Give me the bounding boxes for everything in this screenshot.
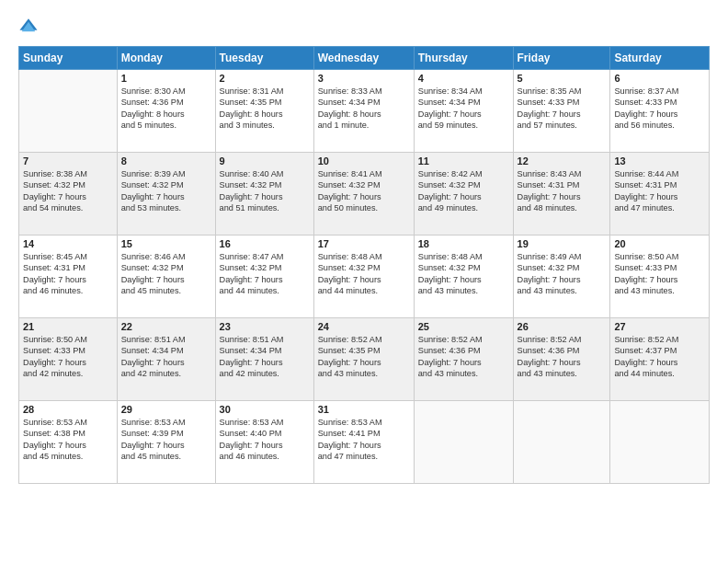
page: SundayMondayTuesdayWednesdayThursdayFrid… [0, 0, 728, 563]
day-cell-22: 22Sunrise: 8:51 AMSunset: 4:34 PMDayligh… [117, 318, 215, 401]
day-cell-11: 11Sunrise: 8:42 AMSunset: 4:32 PMDayligh… [414, 153, 513, 236]
calendar-row-4: 21Sunrise: 8:50 AMSunset: 4:33 PMDayligh… [19, 318, 710, 401]
day-cell-24: 24Sunrise: 8:52 AMSunset: 4:35 PMDayligh… [313, 318, 414, 401]
day-info: Sunrise: 8:51 AMSunset: 4:34 PMDaylight:… [220, 334, 310, 380]
day-number: 16 [220, 238, 310, 249]
day-number: 4 [418, 73, 509, 84]
col-header-thursday: Thursday [414, 47, 513, 70]
day-cell-4: 4Sunrise: 8:34 AMSunset: 4:34 PMDaylight… [414, 70, 513, 153]
day-info: Sunrise: 8:53 AMSunset: 4:39 PMDaylight:… [121, 417, 211, 463]
day-number: 1 [121, 73, 211, 84]
day-number: 2 [220, 73, 310, 84]
day-number: 18 [418, 238, 509, 249]
day-info: Sunrise: 8:34 AMSunset: 4:34 PMDaylight:… [418, 86, 509, 132]
day-info: Sunrise: 8:37 AMSunset: 4:33 PMDaylight:… [614, 86, 705, 132]
day-cell-31: 31Sunrise: 8:53 AMSunset: 4:41 PMDayligh… [313, 401, 414, 484]
day-info: Sunrise: 8:43 AMSunset: 4:31 PMDaylight:… [518, 168, 607, 214]
day-number: 25 [418, 321, 509, 332]
day-cell-18: 18Sunrise: 8:48 AMSunset: 4:32 PMDayligh… [414, 236, 513, 318]
day-info: Sunrise: 8:52 AMSunset: 4:37 PMDaylight:… [614, 334, 705, 380]
day-info: Sunrise: 8:46 AMSunset: 4:32 PMDaylight:… [121, 251, 211, 297]
calendar-table: SundayMondayTuesdayWednesdayThursdayFrid… [18, 46, 710, 484]
day-cell-29: 29Sunrise: 8:53 AMSunset: 4:39 PMDayligh… [117, 401, 215, 484]
day-number: 27 [614, 321, 705, 332]
day-cell-17: 17Sunrise: 8:48 AMSunset: 4:32 PMDayligh… [313, 236, 414, 318]
day-info: Sunrise: 8:52 AMSunset: 4:36 PMDaylight:… [518, 334, 607, 380]
day-info: Sunrise: 8:52 AMSunset: 4:35 PMDaylight:… [318, 334, 410, 380]
day-cell-6: 6Sunrise: 8:37 AMSunset: 4:33 PMDaylight… [610, 70, 710, 153]
day-number: 12 [518, 155, 607, 167]
day-cell-25: 25Sunrise: 8:52 AMSunset: 4:36 PMDayligh… [414, 318, 513, 401]
day-number: 26 [518, 321, 607, 332]
header [18, 17, 710, 37]
day-number: 10 [318, 155, 410, 167]
header-row: SundayMondayTuesdayWednesdayThursdayFrid… [19, 47, 710, 70]
day-cell-30: 30Sunrise: 8:53 AMSunset: 4:40 PMDayligh… [215, 401, 313, 484]
day-number: 30 [220, 404, 310, 415]
day-cell-7: 7Sunrise: 8:38 AMSunset: 4:32 PMDaylight… [19, 153, 118, 236]
day-cell-23: 23Sunrise: 8:51 AMSunset: 4:34 PMDayligh… [215, 318, 313, 401]
day-info: Sunrise: 8:39 AMSunset: 4:32 PMDaylight:… [121, 168, 211, 214]
day-info: Sunrise: 8:35 AMSunset: 4:33 PMDaylight:… [518, 86, 607, 132]
day-info: Sunrise: 8:53 AMSunset: 4:38 PMDaylight:… [23, 417, 113, 463]
col-header-tuesday: Tuesday [215, 47, 313, 70]
day-info: Sunrise: 8:30 AMSunset: 4:36 PMDaylight:… [121, 86, 211, 132]
day-info: Sunrise: 8:50 AMSunset: 4:33 PMDaylight:… [23, 334, 113, 380]
col-header-wednesday: Wednesday [313, 47, 414, 70]
day-number: 19 [518, 238, 607, 249]
day-cell-19: 19Sunrise: 8:49 AMSunset: 4:32 PMDayligh… [513, 236, 610, 318]
day-number: 9 [220, 155, 310, 167]
day-info: Sunrise: 8:31 AMSunset: 4:35 PMDaylight:… [220, 86, 310, 132]
day-number: 11 [418, 155, 509, 167]
day-info: Sunrise: 8:51 AMSunset: 4:34 PMDaylight:… [121, 334, 211, 380]
day-number: 22 [121, 321, 211, 332]
day-info: Sunrise: 8:40 AMSunset: 4:32 PMDaylight:… [220, 168, 310, 214]
empty-cell [414, 401, 513, 484]
col-header-friday: Friday [513, 47, 610, 70]
day-cell-5: 5Sunrise: 8:35 AMSunset: 4:33 PMDaylight… [513, 70, 610, 153]
day-info: Sunrise: 8:47 AMSunset: 4:32 PMDaylight:… [220, 251, 310, 297]
day-number: 15 [121, 238, 211, 249]
day-info: Sunrise: 8:53 AMSunset: 4:40 PMDaylight:… [220, 417, 310, 463]
day-cell-9: 9Sunrise: 8:40 AMSunset: 4:32 PMDaylight… [215, 153, 313, 236]
day-number: 5 [518, 73, 607, 84]
day-info: Sunrise: 8:41 AMSunset: 4:32 PMDaylight:… [318, 168, 410, 214]
logo-icon [18, 17, 39, 37]
day-info: Sunrise: 8:45 AMSunset: 4:31 PMDaylight:… [23, 251, 113, 297]
day-number: 29 [121, 404, 211, 415]
empty-cell [610, 401, 710, 484]
day-number: 17 [318, 238, 410, 249]
day-number: 31 [318, 404, 410, 415]
day-number: 8 [121, 155, 211, 167]
day-info: Sunrise: 8:49 AMSunset: 4:32 PMDaylight:… [518, 251, 607, 297]
day-number: 13 [614, 155, 705, 167]
day-number: 20 [614, 238, 705, 249]
day-info: Sunrise: 8:53 AMSunset: 4:41 PMDaylight:… [318, 417, 410, 463]
day-cell-27: 27Sunrise: 8:52 AMSunset: 4:37 PMDayligh… [610, 318, 710, 401]
day-number: 21 [23, 321, 113, 332]
day-cell-8: 8Sunrise: 8:39 AMSunset: 4:32 PMDaylight… [117, 153, 215, 236]
day-cell-21: 21Sunrise: 8:50 AMSunset: 4:33 PMDayligh… [19, 318, 118, 401]
day-cell-10: 10Sunrise: 8:41 AMSunset: 4:32 PMDayligh… [313, 153, 414, 236]
day-cell-12: 12Sunrise: 8:43 AMSunset: 4:31 PMDayligh… [513, 153, 610, 236]
col-header-sunday: Sunday [19, 47, 118, 70]
day-number: 7 [23, 155, 113, 167]
day-cell-2: 2Sunrise: 8:31 AMSunset: 4:35 PMDaylight… [215, 70, 313, 153]
calendar-row-5: 28Sunrise: 8:53 AMSunset: 4:38 PMDayligh… [19, 401, 710, 484]
col-header-monday: Monday [117, 47, 215, 70]
day-info: Sunrise: 8:44 AMSunset: 4:31 PMDaylight:… [614, 168, 705, 214]
logo [18, 17, 42, 37]
calendar-row-3: 14Sunrise: 8:45 AMSunset: 4:31 PMDayligh… [19, 236, 710, 318]
calendar-row-1: 1Sunrise: 8:30 AMSunset: 4:36 PMDaylight… [19, 70, 710, 153]
day-info: Sunrise: 8:38 AMSunset: 4:32 PMDaylight:… [23, 168, 113, 214]
day-cell-13: 13Sunrise: 8:44 AMSunset: 4:31 PMDayligh… [610, 153, 710, 236]
day-info: Sunrise: 8:52 AMSunset: 4:36 PMDaylight:… [418, 334, 509, 380]
empty-cell [513, 401, 610, 484]
day-info: Sunrise: 8:50 AMSunset: 4:33 PMDaylight:… [614, 251, 705, 297]
day-cell-26: 26Sunrise: 8:52 AMSunset: 4:36 PMDayligh… [513, 318, 610, 401]
day-info: Sunrise: 8:42 AMSunset: 4:32 PMDaylight:… [418, 168, 509, 214]
col-header-saturday: Saturday [610, 47, 710, 70]
day-number: 23 [220, 321, 310, 332]
day-cell-1: 1Sunrise: 8:30 AMSunset: 4:36 PMDaylight… [117, 70, 215, 153]
day-cell-3: 3Sunrise: 8:33 AMSunset: 4:34 PMDaylight… [313, 70, 414, 153]
